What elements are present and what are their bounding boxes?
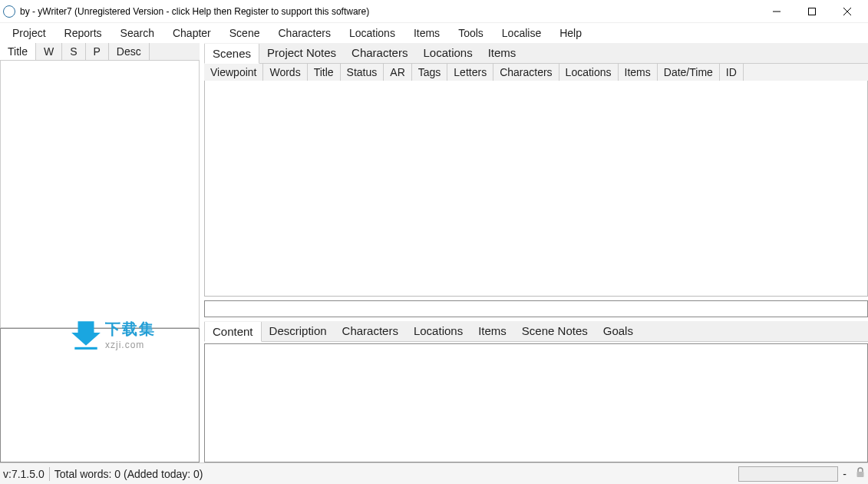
col-letters[interactable]: Letters	[447, 64, 493, 81]
menu-locations[interactable]: Locations	[340, 25, 404, 41]
left-tab-title[interactable]: Title	[0, 43, 36, 60]
col-viewpoint[interactable]: Viewpoint	[204, 64, 263, 81]
window-title: by - yWriter7 (Unregistered Version - cl…	[20, 6, 369, 17]
minimize-button[interactable]	[759, 0, 794, 23]
svg-rect-1	[809, 8, 816, 15]
menu-scene[interactable]: Scene	[220, 25, 269, 41]
tab-scenes[interactable]: Scenes	[204, 44, 259, 64]
col-id[interactable]: ID	[720, 64, 744, 81]
menu-tools[interactable]: Tools	[449, 25, 493, 41]
status-separator	[49, 467, 50, 481]
maximize-button[interactable]	[794, 0, 830, 23]
titlebar: by - yWriter7 (Unregistered Version - cl…	[0, 0, 868, 23]
col-words[interactable]: Words	[263, 64, 307, 81]
menu-items[interactable]: Items	[404, 25, 449, 41]
menubar: Project Reports Search Chapter Scene Cha…	[0, 23, 868, 43]
lock-icon	[856, 467, 865, 480]
main-area: Title W S P Desc 下载集 xzji.com Scenes	[0, 43, 868, 462]
status-version: v:7.1.5.0	[3, 468, 45, 480]
btab-description[interactable]: Description	[262, 321, 335, 341]
col-status[interactable]: Status	[341, 64, 384, 81]
scene-title-input[interactable]	[204, 300, 868, 317]
chapter-list-pane[interactable]: 下载集 xzji.com	[0, 61, 200, 328]
col-characters[interactable]: Characters	[493, 64, 559, 81]
chapter-detail-pane[interactable]	[0, 328, 200, 462]
left-tab-p[interactable]: P	[86, 43, 109, 60]
scene-grid[interactable]	[204, 81, 868, 297]
col-locations[interactable]: Locations	[559, 64, 619, 81]
status-dash: -	[843, 468, 847, 480]
menu-help[interactable]: Help	[550, 25, 591, 41]
tab-locations[interactable]: Locations	[415, 43, 480, 63]
svg-rect-6	[857, 472, 864, 477]
btab-locations[interactable]: Locations	[406, 321, 470, 341]
col-ar[interactable]: AR	[384, 64, 411, 81]
btab-scene-notes[interactable]: Scene Notes	[514, 321, 596, 341]
tab-characters[interactable]: Characters	[344, 43, 415, 63]
left-tab-s[interactable]: S	[62, 43, 85, 60]
btab-characters[interactable]: Characters	[335, 321, 406, 341]
right-panel: Scenes Project Notes Characters Location…	[200, 43, 868, 462]
btab-content[interactable]: Content	[204, 322, 262, 342]
tab-items[interactable]: Items	[480, 43, 524, 63]
left-tab-desc[interactable]: Desc	[109, 43, 150, 60]
col-title[interactable]: Title	[308, 64, 341, 81]
scene-grid-headers: Viewpoint Words Title Status AR Tags Let…	[204, 64, 868, 81]
col-items[interactable]: Items	[619, 64, 658, 81]
left-panel: Title W S P Desc 下载集 xzji.com	[0, 43, 200, 462]
btab-items[interactable]: Items	[470, 321, 514, 341]
left-tabs: Title W S P Desc	[0, 43, 200, 61]
app-icon	[3, 5, 15, 18]
statusbar: v:7.1.5.0 Total words: 0 (Added today: 0…	[0, 462, 868, 484]
content-editor[interactable]	[204, 343, 868, 462]
status-words: Total words: 0 (Added today: 0)	[54, 468, 203, 480]
tab-project-notes[interactable]: Project Notes	[259, 43, 344, 63]
col-datetime[interactable]: Date/Time	[658, 64, 720, 81]
status-search-input[interactable]	[738, 466, 838, 482]
top-tabs: Scenes Project Notes Characters Location…	[204, 43, 868, 64]
menu-characters[interactable]: Characters	[269, 25, 339, 41]
left-tab-w[interactable]: W	[36, 43, 62, 60]
col-tags[interactable]: Tags	[412, 64, 448, 81]
btab-goals[interactable]: Goals	[596, 321, 641, 341]
menu-reports[interactable]: Reports	[55, 25, 111, 41]
close-button[interactable]	[830, 0, 865, 23]
bottom-tabs: Content Description Characters Locations…	[204, 321, 868, 342]
menu-search[interactable]: Search	[111, 25, 163, 41]
menu-project[interactable]: Project	[3, 25, 55, 41]
menu-localise[interactable]: Localise	[493, 25, 550, 41]
menu-chapter[interactable]: Chapter	[163, 25, 220, 41]
